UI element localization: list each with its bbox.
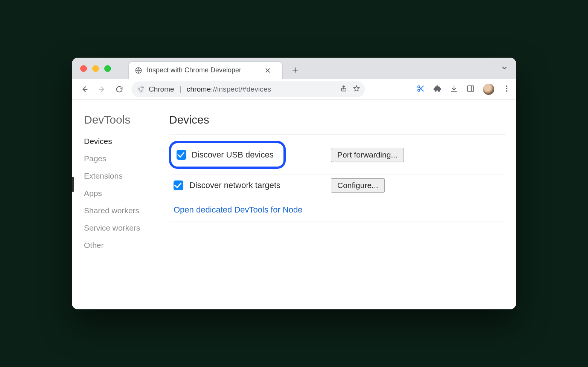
- tab-title: Inspect with Chrome Developer: [147, 66, 260, 74]
- traffic-lights: [80, 65, 111, 72]
- globe-icon: [135, 67, 142, 74]
- back-button[interactable]: [77, 82, 92, 97]
- maximize-window-button[interactable]: [104, 65, 111, 72]
- omnibox-url: chrome://inspect/#devices: [187, 85, 271, 93]
- downloads-icon[interactable]: [450, 84, 458, 94]
- divider: [169, 135, 506, 135]
- discover-network-label: Discover network targets: [189, 180, 280, 190]
- sidebar-item-other[interactable]: Other: [84, 241, 154, 250]
- close-tab-icon[interactable]: [264, 67, 271, 74]
- discover-usb-checkbox[interactable]: [177, 150, 186, 160]
- svg-point-9: [506, 90, 507, 92]
- share-icon[interactable]: [340, 85, 347, 94]
- discover-network-checkbox[interactable]: [174, 180, 183, 190]
- profile-avatar[interactable]: [483, 84, 494, 95]
- sidebar-item-service-workers[interactable]: Service workers: [84, 223, 154, 232]
- toolbar: Chrome | chrome://inspect/#devices: [72, 79, 516, 100]
- svg-point-2: [139, 88, 142, 91]
- sidebar-list: Devices Pages Extensions Apps Shared wor…: [84, 137, 154, 250]
- sidebar-item-apps[interactable]: Apps: [84, 189, 154, 198]
- open-node-devtools-link[interactable]: Open dedicated DevTools for Node: [174, 205, 302, 214]
- port-forwarding-button[interactable]: Port forwarding...: [331, 148, 404, 162]
- bookmark-star-icon[interactable]: [353, 85, 360, 94]
- discover-usb-label: Discover USB devices: [192, 150, 274, 160]
- titlebar: Inspect with Chrome Developer: [72, 58, 516, 79]
- forward-button[interactable]: [94, 82, 110, 97]
- main-panel: Devices Discover USB devices Port forwar…: [169, 113, 506, 302]
- configure-button[interactable]: Configure...: [331, 178, 385, 193]
- usb-highlight: Discover USB devices: [169, 141, 286, 169]
- tabs-dropdown-icon[interactable]: [500, 64, 509, 73]
- omnibox-separator: |: [180, 85, 181, 93]
- side-panel-icon[interactable]: [466, 84, 475, 94]
- extensions-icon[interactable]: [433, 84, 442, 94]
- active-sidebar-indicator: [72, 177, 74, 192]
- sidebar-item-extensions[interactable]: Extensions: [84, 171, 154, 180]
- tab-strip: Inspect with Chrome Developer: [128, 58, 302, 79]
- new-tab-button[interactable]: [288, 63, 302, 77]
- usb-row: Discover USB devices Port forwarding...: [169, 137, 506, 174]
- omnibox[interactable]: Chrome | chrome://inspect/#devices: [131, 81, 365, 97]
- network-row: Discover network targets Configure...: [169, 174, 506, 198]
- close-window-button[interactable]: [80, 65, 87, 72]
- sidebar-title: DevTools: [84, 113, 154, 126]
- sidebar-item-devices[interactable]: Devices: [84, 137, 154, 146]
- omnibox-chip: Chrome: [149, 85, 174, 93]
- sidebar: DevTools Devices Pages Extensions Apps S…: [79, 113, 154, 302]
- svg-point-8: [506, 88, 507, 89]
- node-link-row: Open dedicated DevTools for Node: [169, 198, 506, 222]
- kebab-menu-icon[interactable]: [503, 84, 511, 94]
- scissors-icon[interactable]: [417, 84, 425, 94]
- sidebar-item-shared-workers[interactable]: Shared workers: [84, 206, 154, 215]
- toolbar-actions: [417, 84, 511, 95]
- reload-button[interactable]: [112, 82, 127, 97]
- page-content: DevTools Devices Pages Extensions Apps S…: [72, 100, 516, 309]
- chrome-icon: [137, 85, 145, 93]
- browser-tab[interactable]: Inspect with Chrome Developer: [128, 61, 283, 79]
- sidebar-item-pages[interactable]: Pages: [84, 154, 154, 163]
- minimize-window-button[interactable]: [92, 65, 99, 72]
- svg-point-7: [506, 85, 507, 87]
- main-heading: Devices: [169, 113, 506, 126]
- svg-rect-6: [468, 86, 474, 91]
- browser-window: Inspect with Chrome Developer: [72, 58, 516, 309]
